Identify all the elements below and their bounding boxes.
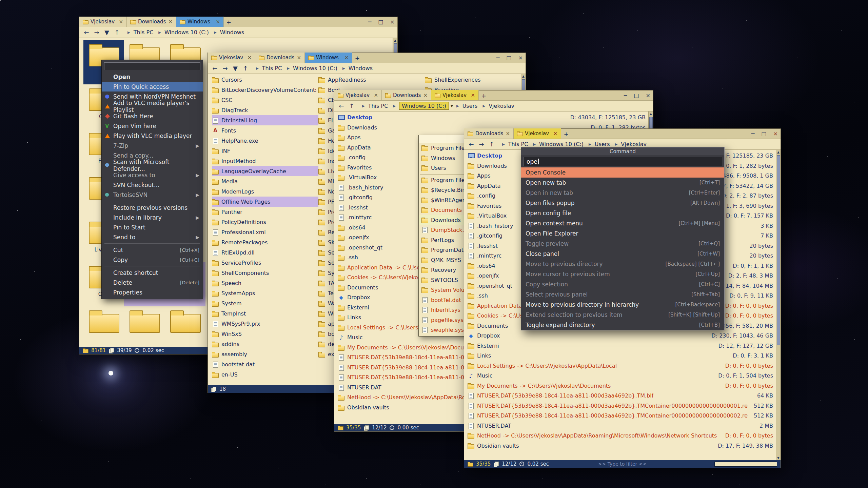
- file-row[interactable]: Dropbox D: 230, F: 1043, 46 GB: [464, 331, 781, 341]
- file-row[interactable]: Eksterni D: 12, F: 127, 12 GB: [464, 341, 781, 351]
- command-item[interactable]: Extend selection to previous item [Shift…: [521, 310, 724, 320]
- file-row[interactable]: HelpPane.exe: [212, 136, 318, 146]
- tab-close-icon[interactable]: ×: [297, 55, 301, 61]
- context-menu-item[interactable]: Copy [Ctrl+C]: [102, 255, 203, 265]
- tab[interactable]: Downloads ×: [255, 53, 305, 63]
- breadcrumb-segment[interactable]: ▶ This PC: [359, 103, 390, 109]
- maximize-button[interactable]: □: [634, 93, 639, 98]
- up-icon[interactable]: ↑: [112, 29, 122, 36]
- file-row[interactable]: CSC: [212, 95, 318, 105]
- command-item[interactable]: Open config file: [521, 208, 724, 218]
- file-row[interactable]: Offline Web Pages: [212, 197, 318, 207]
- file-row[interactable]: ShellComponents: [212, 268, 318, 278]
- file-row[interactable]: BitLockerDiscoveryVolumeContents: [212, 85, 318, 95]
- file-row[interactable]: Fonts: [212, 125, 318, 136]
- context-menu-item[interactable]: Play with VLC media player: [102, 131, 203, 141]
- back-icon[interactable]: ←: [81, 29, 92, 36]
- file-row[interactable]: LanguageOverlayCache: [212, 166, 318, 176]
- context-menu-item[interactable]: Properties: [102, 287, 203, 297]
- command-item[interactable]: Open files popup [Alt+Down]: [521, 198, 724, 208]
- minimize-button[interactable]: ─: [496, 55, 500, 61]
- context-menu-item[interactable]: Open Vim here: [102, 121, 203, 131]
- context-menu-item[interactable]: Pin to Quick access: [102, 82, 203, 92]
- context-menu-item[interactable]: Delete [Delete]: [102, 278, 203, 287]
- history-dropdown-icon[interactable]: ▼: [230, 65, 240, 72]
- file-row[interactable]: RemotePackages: [212, 237, 318, 247]
- file-row[interactable]: NTUSER.DAT{53b39e88-18c4-11ea-a811-000d3…: [464, 391, 781, 401]
- forward-icon[interactable]: →: [476, 141, 487, 148]
- file-icon-cell[interactable]: [83, 306, 124, 347]
- file-row[interactable]: WMSysPr9.prx: [212, 319, 318, 329]
- tab-close-icon[interactable]: ×: [553, 130, 557, 137]
- command-item[interactable]: Open context menu [Ctrl+M] [Menu]: [521, 218, 724, 228]
- tab-close-icon[interactable]: ×: [471, 92, 475, 98]
- maximize-button[interactable]: □: [761, 131, 766, 137]
- command-input[interactable]: ope: [523, 157, 722, 166]
- file-row[interactable]: NTUSER.DAT 2 MB: [464, 421, 781, 431]
- file-row[interactable]: NetHood -> C:\Users\Vjekoslav\AppData\Ro…: [464, 431, 781, 441]
- file-row[interactable]: NTUSER.DAT{53b39e88-18c4-11ea-a811-000d3…: [464, 411, 781, 421]
- file-row[interactable]: SystemApps: [212, 288, 318, 298]
- file-row[interactable]: PolicyDefinitions: [212, 217, 318, 227]
- file-row[interactable]: INF: [212, 146, 318, 156]
- forward-icon[interactable]: →: [92, 29, 102, 36]
- breadcrumb-segment[interactable]: ▶ Users: [585, 141, 612, 147]
- file-row[interactable]: DtcInstall.log: [212, 115, 318, 125]
- vertical-scrollbar[interactable]: ▲ ▼: [776, 150, 781, 460]
- context-menu-item[interactable]: Include in library ▶: [102, 212, 203, 222]
- context-menu-item[interactable]: Pin to Start: [102, 222, 203, 232]
- file-row[interactable]: assembly: [212, 349, 318, 359]
- maximize-button[interactable]: □: [378, 19, 383, 25]
- context-menu-item[interactable]: Add to VLC media player's Playlist: [102, 101, 203, 111]
- breadcrumb-segment[interactable]: ▶ Vjekoslav: [479, 103, 516, 109]
- tab-close-icon[interactable]: ×: [423, 92, 428, 98]
- file-row[interactable]: ShellExperiences: [425, 75, 516, 85]
- close-button[interactable]: ×: [390, 19, 395, 25]
- tab[interactable]: Vjekoslav ×: [208, 53, 255, 63]
- breadcrumb-segment[interactable]: ▶ This PC: [499, 141, 530, 147]
- tab-close-icon[interactable]: ×: [506, 130, 510, 137]
- context-menu-item[interactable]: Scan with Microsoft Defender...: [102, 160, 203, 170]
- new-tab-button[interactable]: +: [562, 130, 571, 139]
- back-icon[interactable]: ←: [210, 65, 220, 72]
- command-item[interactable]: Open Console: [521, 167, 724, 178]
- context-menu-item[interactable]: SVN Checkout...: [102, 180, 203, 190]
- minimize-button[interactable]: ─: [751, 131, 755, 137]
- back-icon[interactable]: ←: [336, 102, 347, 109]
- file-row[interactable]: NTUSER.DAT{53b39e88-18c4-11ea-a811-000d3…: [464, 401, 781, 411]
- file-row[interactable]: Obsidian vaults D: 17, F: 149, 38 MB: [464, 441, 781, 451]
- scroll-up-icon[interactable]: ▲: [522, 74, 525, 79]
- context-menu-item[interactable]: Create shortcut: [102, 268, 203, 278]
- file-row[interactable]: Media: [212, 176, 318, 186]
- tab[interactable]: Vjekoslav ×: [431, 90, 479, 100]
- command-item[interactable]: Close panel [Ctrl+W]: [521, 249, 724, 259]
- tab-close-icon[interactable]: ×: [216, 19, 220, 25]
- context-menu-item[interactable]: Restore previous versions: [102, 203, 203, 212]
- file-row[interactable]: Speech: [212, 278, 318, 288]
- command-item[interactable]: Select previous panel [Shift+Tab]: [521, 289, 724, 300]
- breadcrumb-segment[interactable]: ▶ Windows 10 (C:): [155, 29, 211, 36]
- file-row[interactable]: DiagTrack: [212, 105, 318, 115]
- up-icon[interactable]: ↑: [240, 65, 251, 72]
- forward-icon[interactable]: →: [220, 65, 230, 72]
- new-tab-button[interactable]: +: [479, 92, 488, 100]
- maximize-button[interactable]: □: [506, 55, 511, 61]
- context-menu-item[interactable]: Send to ▶: [102, 232, 203, 242]
- file-row[interactable]: Links D: 0, F: 3, 1 KB: [464, 351, 781, 361]
- file-row[interactable]: Professional.xml: [212, 227, 318, 237]
- context-menu-item[interactable]: [104, 266, 200, 266]
- tab[interactable]: Vjekoslav ×: [79, 17, 127, 27]
- file-row[interactable]: My Documents -> C:\Users\Vjekoslav\Docum…: [464, 381, 781, 391]
- command-item[interactable]: Open in new tab [Ctrl+Enter]: [521, 188, 724, 198]
- file-row[interactable]: en-US: [212, 369, 318, 380]
- tab[interactable]: Downloads ×: [464, 128, 514, 139]
- breadcrumb-segment[interactable]: ▶ Windows: [211, 29, 246, 36]
- tab-close-icon[interactable]: ×: [168, 19, 173, 25]
- back-icon[interactable]: ←: [466, 141, 476, 148]
- file-row[interactable]: AppReadiness: [318, 75, 425, 85]
- history-dropdown-icon[interactable]: ▼: [102, 29, 112, 36]
- file-row[interactable]: RtlExUpd.dll: [212, 247, 318, 258]
- scroll-up-icon[interactable]: ▲: [394, 38, 396, 43]
- tab-close-icon[interactable]: ×: [119, 19, 123, 25]
- command-item[interactable]: Toggle preview [Ctrl+Q]: [521, 239, 724, 249]
